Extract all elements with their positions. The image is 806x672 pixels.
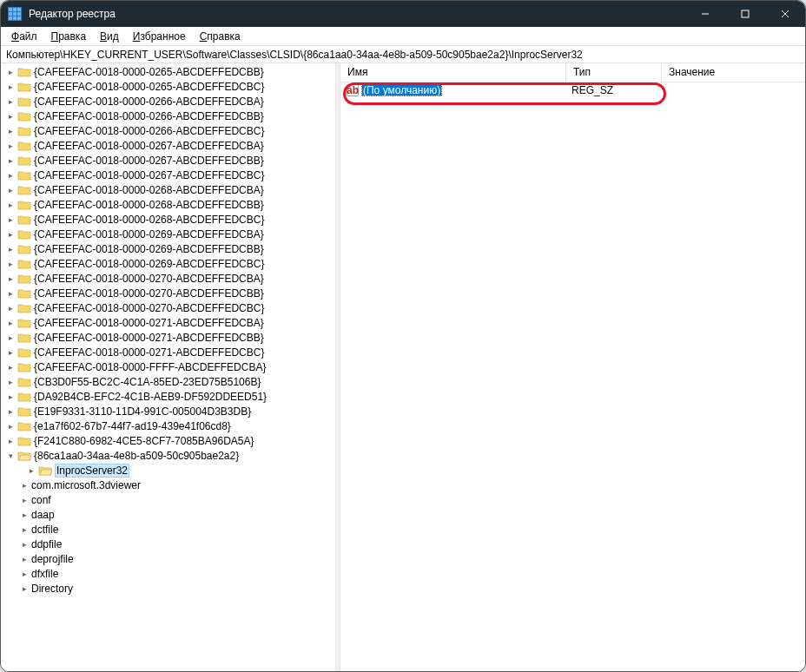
expand-toggle-icon[interactable]: ▸ — [20, 510, 30, 519]
tree-item[interactable]: ▸{CAFEEFAC-0018-0000-0270-ABCDEFFEDCBC} — [1, 300, 335, 315]
tree-item[interactable]: ▸{CAFEEFAC-0018-0000-FFFF-ABCDEFFEDCBA} — [1, 359, 335, 374]
expand-toggle-icon[interactable]: ▸ — [6, 214, 16, 224]
tree-item[interactable]: ▸{CB3D0F55-BC2C-4C1A-85ED-23ED75B5106B} — [1, 374, 335, 389]
expand-toggle-icon[interactable]: ▸ — [6, 377, 16, 386]
expand-toggle-icon[interactable]: ▸ — [6, 229, 16, 239]
folder-icon — [17, 332, 31, 344]
tree-item-label: {CB3D0F55-BC2C-4C1A-85ED-23ED75B5106B} — [34, 376, 261, 388]
tree-item[interactable]: ▸{CAFEEFAC-0018-0000-0267-ABCDEFFEDCBB} — [1, 153, 335, 168]
tree-item[interactable]: ▸{CAFEEFAC-0018-0000-0265-ABCDEFFEDCBB} — [1, 64, 335, 79]
expand-toggle-icon[interactable]: ▸ — [6, 155, 16, 165]
tree-item[interactable]: ▸{CAFEEFAC-0018-0000-0271-ABCDEFFEDCBA} — [1, 315, 335, 330]
tree-item[interactable]: ▸deprojfile — [1, 551, 335, 566]
folder-icon — [17, 66, 31, 78]
expand-toggle-icon[interactable]: ▸ — [6, 67, 16, 76]
menu-item[interactable]: Правка — [44, 29, 94, 44]
tree-item[interactable]: ▸{CAFEEFAC-0018-0000-0266-ABCDEFFEDCBC} — [1, 123, 335, 138]
expand-toggle-icon[interactable]: ▸ — [6, 273, 16, 283]
close-button[interactable] — [765, 1, 805, 27]
tree-item[interactable]: ▸{CAFEEFAC-0018-0000-0267-ABCDEFFEDCBA} — [1, 138, 335, 153]
maximize-button[interactable] — [725, 1, 765, 27]
expand-toggle-icon[interactable]: ▸ — [6, 200, 16, 209]
tree-item[interactable]: ▸com.microsoft.3dviewer — [1, 478, 335, 492]
col-header-name[interactable]: Имя — [340, 63, 566, 82]
folder-icon — [17, 243, 31, 255]
col-header-data[interactable]: Значение — [662, 63, 805, 82]
expand-toggle-icon[interactable]: ▸ — [6, 170, 16, 180]
expand-toggle-icon[interactable]: ▸ — [6, 244, 16, 254]
expand-toggle-icon[interactable]: ▸ — [6, 347, 16, 357]
expand-toggle-icon[interactable]: ▾ — [6, 451, 16, 460]
tree-item[interactable]: ▸{CAFEEFAC-0018-0000-0270-ABCDEFFEDCBA} — [1, 271, 335, 286]
tree-item-label: {CAFEEFAC-0018-0000-0265-ABCDEFFEDCBC} — [34, 81, 264, 93]
tree-item[interactable]: ▸{CAFEEFAC-0018-0000-0267-ABCDEFFEDCBC} — [1, 168, 335, 182]
expand-toggle-icon[interactable]: ▸ — [20, 480, 30, 490]
expand-toggle-icon[interactable]: ▸ — [20, 569, 30, 578]
menu-item[interactable]: Справка — [193, 29, 248, 44]
expand-toggle-icon[interactable]: ▸ — [20, 524, 30, 534]
expand-toggle-icon[interactable]: ▸ — [20, 495, 30, 504]
tree-item[interactable]: ▸{e1a7f602-67b7-44f7-ad19-439e41f06cd8} — [1, 418, 335, 433]
list-panel[interactable]: Имя Тип Значение ab(По умолчанию)REG_SZ — [340, 63, 805, 671]
menu-item[interactable]: Избранное — [126, 29, 193, 44]
tree-item[interactable]: ▾{86ca1aa0-34aa-4e8b-a509-50c905bae2a2} — [1, 448, 335, 463]
expand-toggle-icon[interactable]: ▸ — [6, 185, 16, 194]
expand-toggle-icon[interactable]: ▸ — [6, 318, 16, 327]
expand-toggle-icon[interactable]: ▸ — [6, 82, 16, 91]
app-window: Редактор реестра ФайлПравкаВидИзбранноеС… — [0, 0, 806, 672]
tree-item[interactable]: ▸dctfile — [1, 522, 335, 537]
menu-item[interactable]: Вид — [93, 29, 126, 44]
expand-toggle-icon[interactable]: ▸ — [6, 111, 16, 121]
expand-toggle-icon[interactable]: ▸ — [6, 392, 16, 401]
tree-item[interactable]: ▸{CAFEEFAC-0018-0000-0269-ABCDEFFEDCBB} — [1, 241, 335, 256]
menu-item[interactable]: Файл — [4, 29, 44, 44]
tree-item[interactable]: ▸{CAFEEFAC-0018-0000-0268-ABCDEFFEDCBB} — [1, 197, 335, 212]
tree-item[interactable]: ▸ddpfile — [1, 537, 335, 551]
tree-item[interactable]: ▸conf — [1, 492, 335, 507]
addressbar[interactable]: Компьютер\HKEY_CURRENT_USER\Software\Cla… — [1, 46, 805, 63]
tree-item[interactable]: ▸{CAFEEFAC-0018-0000-0269-ABCDEFFEDCBA} — [1, 227, 335, 241]
col-header-type[interactable]: Тип — [566, 63, 662, 82]
expand-toggle-icon[interactable]: ▸ — [6, 303, 16, 313]
folder-icon — [17, 199, 31, 211]
expand-toggle-icon[interactable]: ▸ — [6, 436, 16, 445]
expand-toggle-icon[interactable]: ▸ — [6, 406, 16, 416]
expand-toggle-icon[interactable]: ▸ — [6, 333, 16, 342]
tree-item[interactable]: ▸{CAFEEFAC-0018-0000-0266-ABCDEFFEDCBA} — [1, 94, 335, 109]
tree-item[interactable]: ▸{CAFEEFAC-0018-0000-0265-ABCDEFFEDCBC} — [1, 79, 335, 94]
expand-toggle-icon[interactable]: ▸ — [20, 554, 30, 563]
tree-item[interactable]: ▸{DA92B4CB-EFC2-4C1B-AEB9-DF592DDEED51} — [1, 389, 335, 404]
titlebar[interactable]: Редактор реестра — [1, 1, 805, 27]
window-title: Редактор реестра — [29, 8, 116, 20]
expand-toggle-icon[interactable]: ▸ — [27, 465, 36, 475]
expand-toggle-icon[interactable]: ▸ — [6, 259, 16, 268]
tree-item[interactable]: ▸{F241C880-6982-4CE5-8CF7-7085BA96DA5A} — [1, 433, 335, 448]
expand-toggle-icon[interactable]: ▸ — [20, 539, 30, 549]
tree-item[interactable]: ▸{CAFEEFAC-0018-0000-0270-ABCDEFFEDCBB} — [1, 286, 335, 300]
tree-item[interactable]: ▸{CAFEEFAC-0018-0000-0268-ABCDEFFEDCBA} — [1, 182, 335, 197]
tree-item-label: {CAFEEFAC-0018-0000-0266-ABCDEFFEDCBB} — [34, 110, 264, 122]
tree-item-label: {CAFEEFAC-0018-0000-0267-ABCDEFFEDCBC} — [34, 169, 264, 181]
tree-item[interactable]: ▸{CAFEEFAC-0018-0000-0266-ABCDEFFEDCBB} — [1, 109, 335, 123]
expand-toggle-icon[interactable]: ▸ — [6, 421, 16, 431]
tree-item[interactable]: ▸daap — [1, 507, 335, 522]
tree-item[interactable]: ▸{E19F9331-3110-11D4-991C-005004D3B3DB} — [1, 404, 335, 418]
expand-toggle-icon[interactable]: ▸ — [6, 141, 16, 150]
tree-item[interactable]: ▸Directory — [1, 581, 335, 596]
tree-item[interactable]: ▸dfxfile — [1, 566, 335, 581]
expand-toggle-icon[interactable]: ▸ — [6, 362, 16, 372]
expand-toggle-icon[interactable]: ▸ — [6, 288, 16, 298]
tree-item[interactable]: ▸{CAFEEFAC-0018-0000-0269-ABCDEFFEDCBC} — [1, 256, 335, 271]
tree-item[interactable]: ▸{CAFEEFAC-0018-0000-0271-ABCDEFFEDCBC} — [1, 345, 335, 359]
tree-item-label: {CAFEEFAC-0018-0000-0268-ABCDEFFEDCBA} — [34, 184, 264, 196]
tree-item[interactable]: ▸{CAFEEFAC-0018-0000-0271-ABCDEFFEDCBB} — [1, 330, 335, 345]
tree-item-label: {CAFEEFAC-0018-0000-0267-ABCDEFFEDCBB} — [34, 155, 264, 167]
expand-toggle-icon[interactable]: ▸ — [6, 126, 16, 135]
tree-item[interactable]: ▸InprocServer32 — [1, 463, 335, 478]
tree-panel[interactable]: ▸{CAFEEFAC-0018-0000-0265-ABCDEFFEDCBB}▸… — [1, 63, 335, 671]
minimize-button[interactable] — [685, 1, 725, 27]
list-row[interactable]: ab(По умолчанию)REG_SZ — [340, 82, 805, 97]
expand-toggle-icon[interactable]: ▸ — [6, 96, 16, 106]
tree-item[interactable]: ▸{CAFEEFAC-0018-0000-0268-ABCDEFFEDCBC} — [1, 212, 335, 227]
expand-toggle-icon[interactable]: ▸ — [20, 583, 30, 593]
